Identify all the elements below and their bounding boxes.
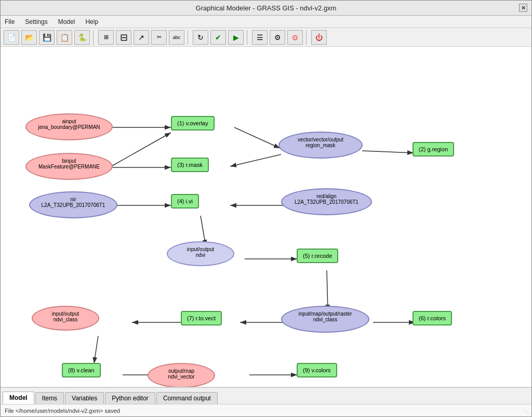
toolbar-label[interactable]: abc xyxy=(169,30,184,45)
toolbar-sep2 xyxy=(188,30,190,45)
toolbar-add-data[interactable]: ⊟ xyxy=(116,30,131,45)
svg-line-11 xyxy=(327,270,328,311)
menu-help[interactable]: Help xyxy=(83,17,100,27)
toolbar-copy[interactable]: 📋 xyxy=(57,30,72,45)
node-binput-label: binputMaskFeature@PERMANE xyxy=(25,153,113,180)
status-text: File </home/user/models/ndvi-v2.gxm> sav… xyxy=(5,408,120,414)
window-title: Graphical Modeler - GRASS GIS - ndvi-v2.… xyxy=(13,4,519,12)
node-v-clean[interactable]: (8) v.clean xyxy=(62,363,101,377)
toolbar-settings[interactable]: ⚙ xyxy=(270,30,285,45)
main-window: Graphical Modeler - GRASS GIS - ndvi-v2.… xyxy=(0,0,532,417)
node-ainput-label: ainputjena_boundary@PERMAN xyxy=(25,113,113,140)
node-red-align-label: red/alignL2A_T32UPB_20170706T1 xyxy=(281,188,372,215)
menu-file[interactable]: File xyxy=(3,17,17,27)
menu-bar: File Settings Model Help xyxy=(1,16,531,28)
toolbar-validate[interactable]: ✔ xyxy=(210,30,226,45)
tabs-bar: Model Items Variables Python editor Comm… xyxy=(1,387,531,404)
node-ndvi-class-in[interactable]: input/map/output/rasterndvi_class xyxy=(281,306,369,333)
node-ndvi-class-in-label: input/map/output/rasterndvi_class xyxy=(281,306,369,333)
toolbar-python[interactable]: 🐍 xyxy=(74,30,90,45)
toolbar-sep4 xyxy=(306,30,308,45)
node-g-region[interactable]: (2) g.region xyxy=(413,142,454,157)
node-ndvi-vector[interactable]: output/mapndvi_vector xyxy=(148,363,215,387)
toolbar-sep3 xyxy=(247,30,249,45)
node-r-mask[interactable]: (3) r.mask xyxy=(171,158,209,172)
node-v-clean-label: (8) v.clean xyxy=(62,363,101,377)
scroll-indicator: ⋱ xyxy=(524,409,530,415)
close-button[interactable]: ✕ xyxy=(519,4,527,12)
toolbar-run[interactable]: ▶ xyxy=(228,30,244,45)
node-ndvi-label: input/outputndvi xyxy=(167,241,234,266)
toolbar-reload[interactable]: ↻ xyxy=(193,30,208,45)
toolbar-add-module[interactable]: ⊞ xyxy=(98,30,114,45)
node-region-mask[interactable]: vector/vector/outputregion_mask xyxy=(278,132,363,159)
menu-settings[interactable]: Settings xyxy=(23,17,49,27)
svg-line-5 xyxy=(230,154,281,166)
node-binput[interactable]: binputMaskFeature@PERMANE xyxy=(25,153,113,180)
menu-model[interactable]: Model xyxy=(56,17,77,27)
node-v-colors-label: (9) v.colors xyxy=(297,363,337,377)
node-r-to-vect[interactable]: (7) r.to.vect xyxy=(181,311,222,325)
node-nir-label: nirL2A_T32UPB_20170706T1 xyxy=(29,191,117,218)
node-ndvi-class-out-label: input/outputndvi_class xyxy=(32,306,99,331)
node-region-mask-label: vector/vector/outputregion_mask xyxy=(278,132,363,159)
node-r-mask-label: (3) r.mask xyxy=(171,158,209,172)
svg-line-3 xyxy=(234,127,280,148)
node-ndvi-class-out[interactable]: input/outputndvi_class xyxy=(32,306,99,331)
toolbar-remove[interactable]: ✂ xyxy=(151,30,167,45)
toolbar-properties[interactable]: ☰ xyxy=(252,30,268,45)
svg-line-15 xyxy=(94,336,98,363)
toolbar-save[interactable]: 💾 xyxy=(39,30,55,45)
node-i-vi[interactable]: (4) i.vi xyxy=(171,194,199,208)
status-bar: File </home/user/models/ndvi-v2.gxm> sav… xyxy=(1,404,531,416)
node-r-colors[interactable]: (6) r.colors xyxy=(413,311,452,325)
node-nir[interactable]: nirL2A_T32UPB_20170706T1 xyxy=(29,191,117,218)
node-red-align[interactable]: red/alignL2A_T32UPB_20170706T1 xyxy=(281,188,372,215)
toolbar-close[interactable]: ⏻ xyxy=(311,30,327,45)
node-ndvi-vector-label: output/mapndvi_vector xyxy=(148,363,215,387)
toolbar-open[interactable]: 📂 xyxy=(21,30,37,45)
tab-variables[interactable]: Variables xyxy=(65,392,104,404)
toolbar-help[interactable]: ⊙ xyxy=(287,30,303,45)
node-i-vi-label: (4) i.vi xyxy=(171,194,199,208)
toolbar-sep1 xyxy=(93,30,95,45)
canvas: (1) v.overlay (2) g.region (3) r.mask (4… xyxy=(1,47,531,387)
svg-line-2 xyxy=(111,133,171,166)
node-v-overlay[interactable]: (1) v.overlay xyxy=(171,116,215,131)
node-ndvi[interactable]: input/outputndvi xyxy=(167,241,234,266)
node-r-to-vect-label: (7) r.to.vect xyxy=(181,311,222,325)
node-r-recode-label: (5) r.recode xyxy=(297,249,338,263)
toolbar-relation[interactable]: ↗ xyxy=(134,30,149,45)
toolbar-new[interactable]: 📄 xyxy=(4,30,19,45)
node-v-overlay-label: (1) v.overlay xyxy=(171,116,215,131)
title-bar: Graphical Modeler - GRASS GIS - ndvi-v2.… xyxy=(1,1,531,16)
node-g-region-label: (2) g.region xyxy=(413,142,454,157)
tab-items[interactable]: Items xyxy=(35,392,64,404)
tab-python-editor[interactable]: Python editor xyxy=(105,392,155,404)
node-v-colors[interactable]: (9) v.colors xyxy=(297,363,337,377)
svg-line-6 xyxy=(362,151,414,153)
toolbar: 📄 📂 💾 📋 🐍 ⊞ ⊟ ↗ ✂ abc ↻ ✔ ▶ ☰ ⚙ ⊙ ⏻ xyxy=(1,28,531,47)
node-r-recode[interactable]: (5) r.recode xyxy=(297,249,338,263)
tab-model[interactable]: Model xyxy=(3,392,34,404)
node-r-colors-label: (6) r.colors xyxy=(413,311,452,325)
tab-command-output[interactable]: Command output xyxy=(156,392,218,404)
node-ainput[interactable]: ainputjena_boundary@PERMAN xyxy=(25,113,113,140)
